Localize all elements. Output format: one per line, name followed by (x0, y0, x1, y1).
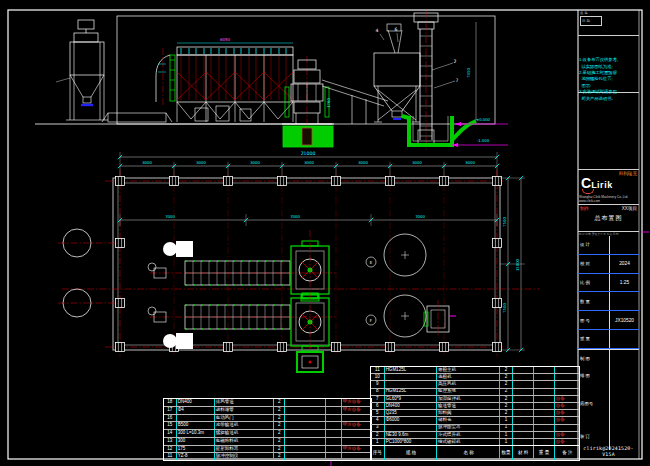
dim-label: 3000 (250, 160, 260, 165)
bom-remark (342, 453, 371, 460)
bom-remark: 甲方自备 (342, 407, 371, 414)
bom-header: 材 料 (513, 446, 534, 460)
dim-label: 7500 (502, 303, 507, 313)
table-row: 4 Φ6000 储料仓 1 自备 (371, 416, 579, 423)
dim-label: 7000 (415, 214, 425, 219)
bom-no: 15 (164, 422, 177, 429)
bucket-elevator-elevation: 7450 2 7 ±0.000 -1.500 (402, 11, 508, 150)
bom-col6 (326, 399, 342, 406)
bom-header: 重 量 (534, 446, 554, 460)
table-row: 14 300 L=10.3m 螺旋输送机 2 (164, 429, 371, 437)
bom-no: 17 (164, 407, 177, 414)
bom-qty: 2 (274, 415, 285, 422)
bom-remark (342, 430, 371, 437)
bom-col5 (285, 407, 326, 414)
leader-label: 7 (456, 78, 459, 83)
table-row: 18 DN400 排风管道 2 甲方自备 (164, 399, 371, 406)
bom-header: 名 称 (437, 446, 500, 460)
title-row-label: 图 号 (578, 311, 610, 329)
bom-qty: 2 (274, 430, 285, 437)
cyclone-collector-elevation (56, 20, 108, 120)
company-site: www.clirik.com (579, 199, 638, 203)
title-row-value: 2024 (610, 261, 639, 266)
title-row-value: 1:25 (610, 280, 639, 285)
bom-header: 备 注 (555, 446, 579, 460)
bom-remark (342, 415, 371, 422)
level-label: -1.500 (477, 138, 490, 143)
bom-no: 14 (164, 430, 177, 437)
bom-table-left: 18 DN400 排风管道 2 甲方自备 17 Φ4 进料溜管 2 甲方自备 1… (163, 398, 372, 461)
dim-label: 3000 (304, 160, 314, 165)
table-row: 11 YZ-8 脉冲控制仪 2 (164, 452, 371, 460)
plan-side-dims: 7500 7500 15000 (500, 176, 525, 352)
table-row: 6 DN400 输送管道 2 自备 (371, 402, 579, 409)
title-row-label: 描 图 (578, 367, 610, 384)
bom-name: 星形卸料器 (215, 446, 275, 453)
dim-label: 21000 (301, 151, 316, 156)
dim-label: 3000 (142, 160, 152, 165)
table-row: 17 Φ4 进料溜管 2 甲方自备 (164, 406, 371, 414)
title-row-label: 制 图 (578, 350, 610, 367)
table-row: 5 Q235 卸料阀 2 自备 (371, 409, 579, 416)
leader-label: 4 (376, 28, 379, 33)
bom-qty: 2 (274, 446, 285, 453)
plan-view: 21000 3000 3000 3000 3000 3000 3000 3000 (58, 151, 540, 372)
title-row-label: 底图号 (578, 384, 610, 424)
elevation-view: 6050 1760 (35, 11, 508, 150)
bom-qty: 2 (274, 422, 285, 429)
title-row: 底图号 (578, 384, 639, 424)
table-row: 15 B500 皮带输送机 2 甲方自备 (164, 421, 371, 429)
plan-axis-bubbles: E F (366, 257, 376, 325)
bom-header-row: 序号 规 格 名 称 数量 材 料 重 量 备 注 (371, 445, 579, 460)
table-row: 12 175 星形卸料器 2 甲方自备 (164, 445, 371, 453)
title-row-label: 比 例 (578, 274, 610, 292)
title-row: 数 量 (578, 292, 639, 311)
title-empty-box (578, 93, 639, 170)
bom-name: 排风管道 (215, 399, 275, 406)
bom-col5 (285, 399, 326, 406)
dim-label: 7450 (466, 68, 471, 78)
bom-col6 (326, 446, 342, 453)
table-row: 7 GL60*9 加湿搅拌机 2 自备 (371, 395, 579, 402)
sign-rows: 设 计 校 对 2024 比 例 1:25 数 量 图 号 JX10520 (578, 236, 639, 350)
table-row: 10 选粉机 2 (371, 373, 579, 380)
logo-cn-text: 科利瑞克 (619, 171, 637, 176)
table-row: 16 电动风门 2 (164, 414, 371, 422)
leader-label: 2 (454, 59, 457, 64)
bom-col5 (285, 422, 326, 429)
dim-label: 6050 (220, 37, 231, 42)
title-row: 图 号 JX10520 (578, 311, 639, 330)
axis-bubble-label: E (370, 260, 373, 265)
signoff-mini-table: 会 签 日 期 (578, 10, 639, 36)
table-row: 3 脉冲除尘器 1 (371, 424, 579, 431)
bom-col6 (326, 438, 342, 445)
bom-qty: 2 (274, 453, 285, 460)
plan-filter-train-1 (148, 241, 338, 285)
bom-no: 18 (164, 399, 177, 406)
bom-remark: 甲方自备 (342, 446, 371, 453)
baghouse-elevation: 6050 (156, 37, 293, 122)
bom-no: 11 (164, 453, 177, 460)
title-row-label: 重 量 (578, 330, 610, 348)
bom-header: 序号 (371, 446, 385, 460)
table-row: 13 300 电磁给料机 2 (164, 437, 371, 445)
plan-fan-circles (58, 229, 118, 317)
dim-label: 3000 (465, 160, 475, 165)
bom-no: 12 (164, 446, 177, 453)
bom-qty: 2 (274, 399, 285, 406)
plan-bucket-elevator (424, 300, 456, 338)
title-row: 描 图 (578, 367, 639, 384)
bom-col6 (326, 415, 342, 422)
lower-rows: 制 图 描 图 底图号 装 订 (578, 350, 639, 450)
cad-sheet: 6050 1760 (0, 0, 650, 466)
bom-spec (177, 415, 215, 422)
signoff-date-box: 日 期 (580, 16, 602, 26)
bom-col5 (285, 415, 326, 422)
table-row: 2 NE30 9.6m 斗式提升机 1 自备 (371, 431, 579, 438)
bom-name: 皮带输送机 (215, 422, 275, 429)
bom-header: 规 格 (385, 446, 437, 460)
bom-col6 (326, 407, 342, 414)
bom-col6 (326, 430, 342, 437)
bom-spec: B500 (177, 422, 215, 429)
dim-label: 7500 (502, 217, 507, 227)
